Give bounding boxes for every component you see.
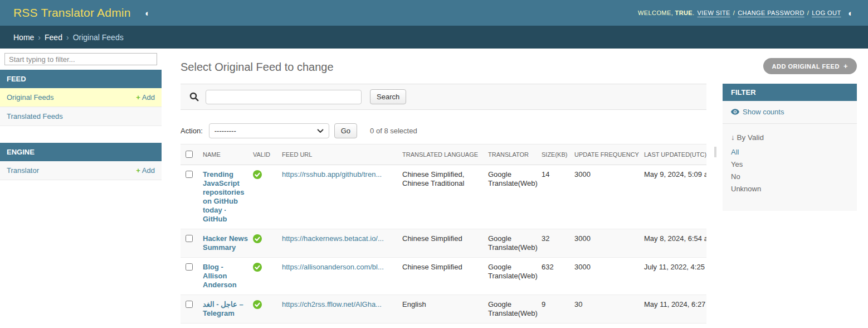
last-updated-cell: May 9, 2024, 5:09 a.m. — [644, 165, 706, 229]
original-feeds-link[interactable]: Original Feeds — [7, 93, 54, 102]
eye-icon — [731, 109, 739, 115]
update-frequency-cell: 3000 — [574, 165, 644, 229]
size-cell: 632 — [542, 258, 574, 295]
filter-options-list: All Yes No Unknown — [723, 146, 857, 195]
table-header-row: NAME VALID FEED URL TRANSLATED LANGUAGE … — [181, 144, 706, 165]
last-updated-cell: May 8, 2024, 6:54 a.m. — [644, 229, 706, 258]
filter-option-link[interactable]: Yes — [731, 160, 743, 168]
username: TRUE — [675, 9, 693, 16]
filter-panel: FILTER Show counts ↓ By Valid — [723, 84, 857, 211]
column-header-last-updated: LAST UPDATED(UTC) — [644, 144, 706, 165]
page-title: Select Original Feed to change — [181, 61, 857, 74]
size-cell: 9 — [542, 295, 574, 324]
translator-cell: Google Translate(Web) — [488, 165, 542, 229]
actions-bar: Action: --------- Go 0 of 8 selected — [181, 123, 706, 138]
update-frequency-cell: 3000 — [574, 229, 644, 258]
last-updated-cell: July 11, 2022, 4:25 p.m. — [644, 258, 706, 295]
row-checkbox[interactable] — [186, 171, 193, 178]
row-checkbox[interactable] — [186, 301, 193, 308]
sort-arrow-icon: ↓ — [731, 133, 735, 142]
feed-url-link[interactable]: https://ch2rss.fflow.net/AlGha... — [282, 300, 398, 309]
feed-name-link[interactable]: Trending JavaScript repositories on GitH… — [203, 170, 244, 223]
sidebar-item-translated-feeds[interactable]: Translated Feeds — [0, 107, 162, 126]
column-header-valid[interactable]: VALID — [253, 144, 282, 165]
search-input[interactable] — [206, 90, 362, 104]
theme-toggle-icon[interactable]: ◐ — [849, 9, 854, 17]
breadcrumb-current: Original Feeds — [73, 33, 124, 42]
valid-check-icon — [253, 234, 262, 243]
update-frequency-cell: 3000 — [574, 258, 644, 295]
feed-name-link[interactable]: Hacker News Summary — [203, 234, 248, 252]
row-checkbox[interactable] — [186, 235, 193, 242]
scroll-indicator — [714, 147, 716, 157]
column-header-name[interactable]: NAME — [203, 144, 253, 165]
valid-check-icon — [253, 263, 262, 272]
logout-link[interactable]: LOG OUT — [812, 9, 841, 16]
user-tools-separator: / — [807, 9, 809, 16]
sidebar-section-feed: FEED Original Feeds +Add Translated Feed… — [0, 70, 162, 126]
filter-group-label: By Valid — [737, 133, 764, 142]
show-counts-label: Show counts — [743, 108, 784, 116]
welcome-period: . — [693, 9, 694, 16]
filter-option-link[interactable]: Unknown — [731, 185, 761, 193]
filter-option-all[interactable]: All — [731, 146, 849, 158]
feed-url-link[interactable]: https://rsshub.app/github/tren... — [282, 170, 398, 179]
sidebar-item-translator[interactable]: Translator +Add — [0, 161, 162, 180]
feed-name-link[interactable]: Blog - Allison Anderson — [203, 263, 237, 289]
action-select[interactable]: --------- — [209, 123, 329, 138]
add-label: Add — [142, 93, 155, 102]
action-selected-option: --------- — [214, 127, 236, 135]
filter-option-link[interactable]: All — [731, 148, 739, 156]
app-header: RSS Translator Admin ◐ WELCOME, TRUE. VI… — [0, 0, 868, 26]
feed-url-link[interactable]: https://allisonanderson.com/bl... — [282, 263, 398, 272]
feed-url-link[interactable]: https://hackernews.betacat.io/... — [282, 234, 398, 243]
filter-option-link[interactable]: No — [731, 172, 740, 181]
sidebar-item-original-feeds[interactable]: Original Feeds +Add — [0, 88, 162, 107]
row-checkbox[interactable] — [186, 263, 193, 271]
chevron-down-icon — [317, 129, 324, 133]
breadcrumb-feed[interactable]: Feed — [45, 33, 62, 42]
valid-check-icon — [253, 170, 262, 179]
update-frequency-cell: 30 — [574, 295, 644, 324]
translator-cell: Google Translate(Web) — [488, 295, 542, 324]
table-row: عاجل - الغد – Telegram https://ch2rss.ff… — [181, 295, 706, 324]
filter-option-no[interactable]: No — [731, 171, 849, 183]
column-header-size: SIZE(KB) — [542, 144, 574, 165]
size-cell: 14 — [542, 165, 574, 229]
valid-check-icon — [253, 300, 262, 309]
go-button[interactable]: Go — [334, 123, 357, 138]
plus-icon: + — [136, 93, 140, 102]
show-counts-toggle[interactable]: Show counts — [723, 101, 857, 124]
column-header-update-frequency: UPDATE FREQUENCY — [574, 144, 644, 165]
sidebar-section-title: ENGINE — [0, 143, 162, 161]
add-original-feed-link[interactable]: +Add — [136, 93, 155, 102]
add-label: Add — [142, 166, 155, 175]
column-header-feed-url: FEED URL — [282, 144, 402, 165]
search-button[interactable]: Search — [370, 89, 406, 104]
feed-name-link[interactable]: عاجل - الغد – Telegram — [203, 300, 243, 317]
translated-language-cell: Chinese Simplified — [402, 258, 488, 295]
main-content: Select Original Feed to change Search Ac… — [162, 49, 868, 328]
action-counter: 0 of 8 selected — [370, 127, 417, 135]
filter-option-unknown[interactable]: Unknown — [731, 183, 849, 195]
table-row: Blog - Allison Anderson https://allisona… — [181, 258, 706, 295]
translated-language-cell: Chinese Simplified, Chinese Traditional — [402, 165, 488, 229]
filter-option-yes[interactable]: Yes — [731, 158, 849, 171]
sidebar-filter-input[interactable] — [4, 53, 157, 65]
site-title-link[interactable]: RSS Translator Admin — [13, 6, 131, 20]
user-tools: WELCOME, TRUE. VIEW SITE / CHANGE PASSWO… — [638, 9, 854, 17]
breadcrumb-separator: › — [66, 33, 69, 42]
change-password-link[interactable]: CHANGE PASSWORD — [738, 9, 804, 16]
welcome-label: WELCOME, — [638, 9, 673, 16]
select-all-checkbox[interactable] — [186, 151, 193, 158]
changelist-results: Search Action: --------- Go 0 of 8 selec… — [181, 84, 706, 324]
translator-cell: Google Translate(Web) — [488, 229, 542, 258]
size-cell: 32 — [542, 229, 574, 258]
translated-feeds-link[interactable]: Translated Feeds — [7, 112, 63, 120]
search-icon — [189, 92, 199, 102]
theme-toggle-icon[interactable]: ◐ — [145, 9, 150, 17]
translator-link[interactable]: Translator — [7, 166, 39, 175]
view-site-link[interactable]: VIEW SITE — [698, 9, 730, 16]
add-translator-link[interactable]: +Add — [136, 166, 155, 175]
breadcrumb-home[interactable]: Home — [13, 33, 34, 42]
